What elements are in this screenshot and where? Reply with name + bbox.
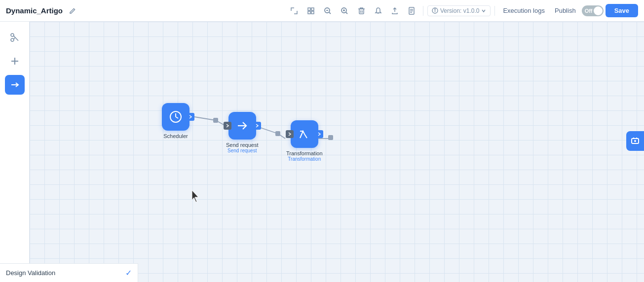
sep2 <box>494 6 495 16</box>
transformation-sublabel: Transformation <box>288 156 321 162</box>
add-tool-btn[interactable] <box>5 51 25 71</box>
transformation-label: Transformation <box>286 150 323 156</box>
sep1 <box>423 6 423 16</box>
scheduler-node[interactable]: Scheduler <box>162 103 189 139</box>
scheduler-label: Scheduler <box>163 133 188 139</box>
svg-rect-2 <box>308 11 310 14</box>
send-request-label: Send request <box>226 142 258 148</box>
right-float-btn[interactable] <box>626 131 644 151</box>
execution-logs-btn[interactable]: Execution logs <box>499 5 549 16</box>
arrow-tool-btn[interactable] <box>5 75 25 95</box>
toggle-wrap: Off <box>582 5 604 16</box>
corner-icon-btn[interactable] <box>287 3 302 18</box>
send-request-sublabel: Send request <box>227 148 257 153</box>
svg-line-8 <box>346 12 347 14</box>
bell-btn[interactable] <box>371 3 385 18</box>
svg-rect-0 <box>308 8 310 10</box>
zoom-in-btn[interactable] <box>337 3 352 18</box>
scissors-tool-btn[interactable] <box>5 28 25 47</box>
svg-rect-11 <box>359 9 364 14</box>
delete-btn[interactable] <box>354 3 369 18</box>
version-text: Version: v1.0.0 <box>440 7 479 14</box>
save-btn[interactable]: Save <box>606 4 638 17</box>
transformation-right-port[interactable] <box>315 130 323 138</box>
toggle-label: Off <box>585 8 593 14</box>
scheduler-icon <box>162 103 189 131</box>
svg-rect-1 <box>311 8 314 10</box>
svg-line-30 <box>176 117 178 118</box>
connectors-svg <box>30 22 644 282</box>
left-sidebar <box>0 22 30 282</box>
version-badge[interactable]: Version: v1.0.0 <box>427 5 491 16</box>
design-validation-label: Design Validation <box>6 269 120 277</box>
transformation-left-port[interactable] <box>286 130 294 138</box>
upload-btn[interactable] <box>387 3 402 18</box>
transformation-node[interactable]: Transformation Transformation <box>286 120 323 162</box>
send-request-left-port[interactable] <box>224 122 231 130</box>
conn-sq3 <box>328 135 333 140</box>
svg-point-36 <box>634 140 636 142</box>
svg-line-24 <box>13 37 15 39</box>
header: Dynamic_Artigo <box>0 0 644 22</box>
workflow-title: Dynamic_Artigo <box>6 6 63 15</box>
doc-btn[interactable] <box>404 3 419 18</box>
conn-sq2 <box>275 131 280 136</box>
publish-btn[interactable]: Publish <box>551 5 580 16</box>
toggle-switch[interactable]: Off <box>582 5 604 16</box>
bottom-panel: Design Validation ✓ <box>0 263 138 282</box>
header-toolbar: Version: v1.0.0 Execution logs Publish O… <box>287 3 638 18</box>
scheduler-right-port[interactable] <box>187 113 194 121</box>
transformation-icon <box>291 120 318 148</box>
conn-line2b <box>278 134 285 139</box>
canvas[interactable]: Scheduler Send request Send request <box>30 22 644 282</box>
conn-line1 <box>194 117 216 120</box>
send-request-node[interactable]: Send request Send request <box>226 112 258 153</box>
svg-rect-3 <box>311 11 314 14</box>
validation-check-icon: ✓ <box>125 268 132 278</box>
edit-title-icon[interactable] <box>69 7 76 15</box>
grid-icon-btn[interactable] <box>303 3 318 18</box>
svg-line-5 <box>329 12 331 14</box>
toggle-knob <box>594 6 603 15</box>
zoom-out-btn[interactable] <box>320 3 335 18</box>
conn-sq1 <box>213 118 218 123</box>
canvas-cursor <box>190 189 201 206</box>
svg-point-20 <box>435 9 435 9</box>
send-request-right-port[interactable] <box>253 122 261 130</box>
send-request-icon <box>228 112 256 140</box>
